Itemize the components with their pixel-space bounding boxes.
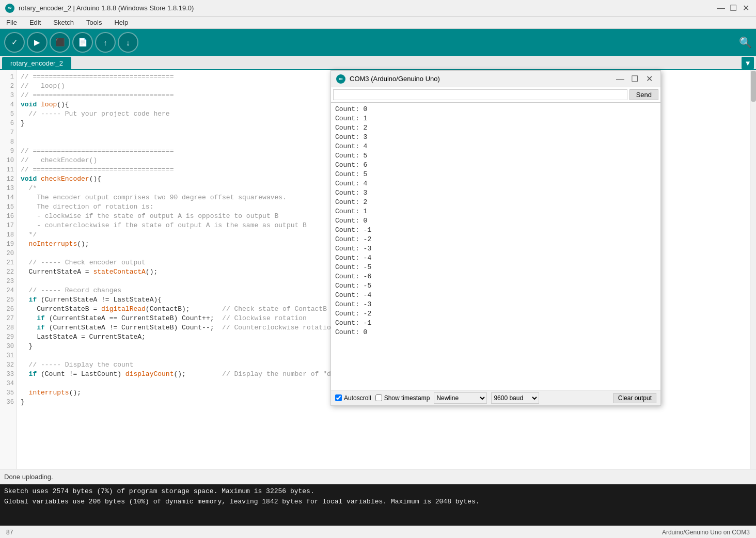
- serial-output-line: Count: 3: [335, 188, 656, 198]
- close-button[interactable]: ✕: [741, 3, 751, 13]
- tabs-dropdown-button[interactable]: ▼: [742, 57, 754, 69]
- serial-maximize-button[interactable]: ☐: [628, 73, 641, 85]
- serial-input-field[interactable]: [333, 89, 627, 100]
- autoscroll-checkbox[interactable]: [335, 394, 342, 401]
- line-numbers: 12345 678910 1112131415 1617181920 21222…: [0, 70, 17, 469]
- upload-status: Done uploading.: [0, 469, 756, 484]
- new-button[interactable]: 📄: [72, 32, 93, 53]
- done-status: Done uploading.: [4, 473, 53, 481]
- serial-arduino-logo: ∞: [336, 74, 345, 84]
- clear-output-button[interactable]: Clear output: [613, 393, 656, 403]
- tab-rotary-encoder[interactable]: rotary_encoder_2: [2, 57, 71, 69]
- compile-output: Sketch uses 2574 bytes (7%) of program s…: [0, 484, 756, 526]
- menu-bar: File Edit Sketch Tools Help: [0, 17, 756, 29]
- serial-output-line: Count: -5: [335, 281, 656, 291]
- scrollbar-thumb[interactable]: [751, 71, 756, 102]
- tabs-bar: rotary_encoder_2 ▼: [0, 56, 756, 70]
- menu-sketch[interactable]: Sketch: [51, 18, 76, 27]
- timestamp-label: Show timestamp: [384, 394, 430, 402]
- serial-output-line: Count: 1: [335, 207, 656, 216]
- menu-tools[interactable]: Tools: [84, 18, 104, 27]
- title-bar-left: ∞ rotary_encoder_2 | Arduino 1.8.8 (Wind…: [5, 4, 194, 13]
- serial-output-line: Count: 0: [335, 105, 656, 114]
- line-number-indicator: 87: [6, 529, 13, 536]
- baud-select[interactable]: 300 baud1200 baud2400 baud4800 baud9600 …: [491, 392, 539, 404]
- window-controls: — ☐ ✕: [716, 3, 751, 13]
- serial-footer: Autoscroll Show timestamp NewlineNo line…: [331, 390, 660, 405]
- window-title: rotary_encoder_2 | Arduino 1.8.8 (Window…: [19, 4, 194, 12]
- serial-output-line: Count: -2: [335, 235, 656, 244]
- open-button[interactable]: ↑: [95, 32, 116, 53]
- serial-output-line: Count: -5: [335, 263, 656, 272]
- menu-help[interactable]: Help: [112, 18, 130, 27]
- newline-select[interactable]: NewlineNo line endingCarriage returnBoth…: [434, 392, 487, 404]
- compile-line1: Sketch uses 2574 bytes (7%) of program s…: [4, 486, 752, 497]
- serial-output-line: Count: -3: [335, 300, 656, 309]
- serial-output-line: Count: -2: [335, 309, 656, 319]
- serial-output-line: Count: 5: [335, 170, 656, 179]
- code-scrollbar[interactable]: [750, 70, 756, 469]
- search-button[interactable]: 🔍: [739, 36, 752, 49]
- serial-title-text: COM3 (Arduino/Genuino Uno): [350, 75, 440, 83]
- serial-output-line: Count: 2: [335, 123, 656, 133]
- menu-file[interactable]: File: [4, 18, 19, 27]
- serial-send-button[interactable]: Send: [629, 89, 658, 100]
- serial-output-line: Count: -1: [335, 319, 656, 328]
- main-content: 12345 678910 1112131415 1617181920 21222…: [0, 70, 756, 469]
- serial-output-line: Count: -6: [335, 272, 656, 281]
- serial-title-bar: ∞ COM3 (Arduino/Genuino Uno) — ☐ ✕: [331, 71, 660, 87]
- serial-output-line: Count: 6: [335, 161, 656, 170]
- serial-close-button[interactable]: ✕: [643, 73, 655, 85]
- minimize-button[interactable]: —: [716, 3, 726, 13]
- status-bar: 87 Arduino/Genuino Uno on COM3: [0, 526, 756, 538]
- arduino-logo: ∞: [5, 4, 14, 13]
- serial-title-left: ∞ COM3 (Arduino/Genuino Uno): [336, 74, 440, 84]
- serial-monitor: ∞ COM3 (Arduino/Genuino Uno) — ☐ ✕ Send …: [330, 70, 661, 406]
- serial-output-line: Count: 4: [335, 142, 656, 151]
- save-button[interactable]: ↓: [118, 32, 138, 53]
- serial-output-line: Count: 3: [335, 133, 656, 142]
- serial-output-line: Count: 1: [335, 114, 656, 123]
- upload-button[interactable]: ▶: [27, 32, 48, 53]
- serial-output-line: Count: 2: [335, 198, 656, 207]
- verify-button[interactable]: ✓: [4, 32, 25, 53]
- serial-window-controls: — ☐ ✕: [614, 73, 655, 85]
- board-indicator: Arduino/Genuino Uno on COM3: [662, 529, 750, 536]
- serial-output-line: Count: -1: [335, 226, 656, 235]
- serial-output-line: Count: 4: [335, 179, 656, 188]
- serial-output-line: Count: 0: [335, 216, 656, 226]
- serial-output-line: Count: -4: [335, 291, 656, 300]
- serial-output-area[interactable]: Count: 0Count: 1Count: 2Count: 3Count: 4…: [331, 103, 660, 390]
- serial-output-line: Count: 0: [335, 328, 656, 337]
- serial-output-line: Count: -3: [335, 244, 656, 254]
- timestamp-checkbox-label[interactable]: Show timestamp: [375, 394, 430, 402]
- debug-button[interactable]: ⬛: [50, 32, 70, 53]
- serial-minimize-button[interactable]: —: [614, 73, 626, 85]
- autoscroll-label: Autoscroll: [344, 394, 371, 402]
- menu-edit[interactable]: Edit: [27, 18, 43, 27]
- title-bar: ∞ rotary_encoder_2 | Arduino 1.8.8 (Wind…: [0, 0, 756, 17]
- maximize-button[interactable]: ☐: [728, 3, 738, 13]
- serial-output-line: Count: 5: [335, 151, 656, 161]
- serial-input-bar: Send: [331, 87, 660, 103]
- serial-output-line: Count: -4: [335, 254, 656, 263]
- autoscroll-checkbox-label[interactable]: Autoscroll: [335, 394, 371, 402]
- timestamp-checkbox[interactable]: [375, 394, 382, 401]
- compile-line2: Global variables use 206 bytes (10%) of …: [4, 497, 752, 507]
- toolbar: ✓ ▶ ⬛ 📄 ↑ ↓ 🔍: [0, 29, 756, 56]
